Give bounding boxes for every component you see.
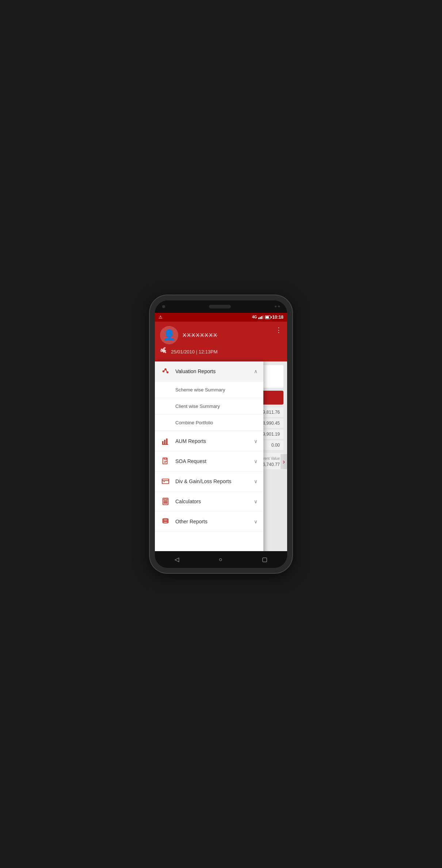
time-display: 10:18 [272, 315, 283, 320]
valuation-reports-section: Valuation Reports ∧ Scheme wise Summary … [155, 361, 263, 431]
navigation-drawer: Valuation Reports ∧ Scheme wise Summary … [155, 361, 263, 551]
battery-icon [265, 315, 271, 319]
soa-expand-icon: ∨ [254, 458, 258, 464]
calculators-label: Calculators [175, 499, 254, 504]
aum-reports-icon [161, 436, 170, 446]
collapse-icon: ∧ [254, 368, 258, 374]
submenu-combine-portfolio[interactable]: Combine Portfolio [155, 414, 263, 431]
status-left: ⚠ [159, 315, 164, 320]
menu-item-valuation-reports[interactable]: Valuation Reports ∧ [155, 361, 263, 382]
svg-point-22 [165, 503, 166, 503]
svg-rect-13 [162, 479, 169, 484]
more-options-button[interactable]: ⋮ [275, 326, 282, 334]
other-reports-label: Other Reports [175, 519, 254, 524]
menu-item-aum-reports[interactable]: AUM Reports ∨ [155, 431, 263, 451]
svg-point-3 [167, 371, 168, 373]
other-reports-expand-icon: ∨ [254, 519, 258, 524]
submenu-client-wise-summary[interactable]: Client wise Summary [155, 398, 263, 414]
svg-point-25 [163, 520, 168, 522]
svg-point-24 [163, 518, 168, 520]
svg-line-5 [166, 369, 167, 372]
sensors [275, 306, 280, 307]
status-bar: ⚠ 4G 10:18 [155, 313, 287, 322]
user-name: XXXXXXXX [183, 332, 218, 338]
phone-device: ⚠ 4G 10:18 [150, 295, 292, 573]
svg-line-4 [164, 369, 165, 371]
div-gain-expand-icon: ∨ [254, 478, 258, 484]
drawer-spacer [155, 532, 263, 551]
user-row: 👤 XXXXXXXX ⋮ [160, 326, 282, 344]
aum-reports-label: AUM Reports [175, 438, 254, 444]
signal-4g-label: 4G [252, 315, 257, 319]
svg-rect-6 [162, 441, 164, 444]
warning-icon: ⚠ [159, 315, 164, 320]
svg-point-20 [167, 501, 167, 502]
svg-point-19 [165, 501, 166, 502]
menu-item-other-reports[interactable]: Other Reports ∨ [155, 512, 263, 532]
aum-expand-icon: ∨ [254, 438, 258, 444]
menu-item-div-gain-loss[interactable]: Div & Gain/Loss Reports ∨ [155, 471, 263, 492]
scroll-right-button[interactable]: › [281, 454, 287, 469]
svg-point-18 [164, 501, 164, 502]
scheme-wise-label: Scheme wise Summary [175, 387, 225, 393]
svg-rect-8 [166, 438, 168, 444]
soa-request-label: SOA Request [175, 458, 254, 464]
svg-rect-14 [162, 480, 169, 481]
back-button[interactable]: ◁ [175, 556, 179, 563]
speaker [209, 305, 231, 308]
content-area: Weg CAGR 9.90 ↑ 22,314.00 ₹ 1,39,811.76 … [155, 361, 287, 551]
bottom-navigation: ◁ ○ ▢ [155, 551, 287, 568]
menu-item-soa-request[interactable]: SOA Request ∨ [155, 451, 263, 471]
clock-icon [160, 347, 167, 356]
combine-portfolio-label: Combine Portfolio [175, 420, 213, 425]
svg-point-21 [164, 503, 164, 503]
valuation-reports-icon [161, 367, 170, 376]
home-button[interactable]: ○ [219, 556, 222, 563]
datetime-row: 25/01/2010 | 12:13PM [160, 347, 282, 356]
menu-item-calculators[interactable]: Calculators ∨ [155, 492, 263, 512]
soa-request-icon [161, 456, 170, 466]
phone-hardware-top [155, 300, 287, 313]
div-gain-loss-label: Div & Gain/Loss Reports [175, 478, 254, 484]
svg-point-23 [167, 503, 167, 503]
avatar-icon: 👤 [163, 329, 176, 341]
signal-bars-icon [258, 315, 263, 319]
svg-rect-17 [164, 499, 167, 500]
client-wise-label: Client wise Summary [175, 403, 220, 409]
valuation-reports-label: Valuation Reports [175, 368, 254, 374]
camera [162, 305, 165, 308]
screen-area: ⚠ 4G 10:18 [155, 313, 287, 551]
svg-point-26 [163, 522, 168, 523]
calculators-icon [161, 497, 170, 506]
status-right: 4G 10:18 [252, 315, 283, 320]
datetime-text: 25/01/2010 | 12:13PM [171, 349, 218, 355]
submenu-scheme-wise-summary[interactable]: Scheme wise Summary [155, 382, 263, 398]
other-reports-icon [161, 517, 170, 526]
recents-button[interactable]: ▢ [262, 556, 267, 563]
calculators-expand-icon: ∨ [254, 499, 258, 504]
app-header: 👤 XXXXXXXX ⋮ 25/01/2010 | 12:13P [155, 322, 287, 361]
div-gain-loss-icon [161, 477, 170, 486]
phone-screen: ⚠ 4G 10:18 [155, 300, 287, 568]
svg-rect-7 [164, 440, 165, 444]
avatar: 👤 [160, 326, 178, 344]
